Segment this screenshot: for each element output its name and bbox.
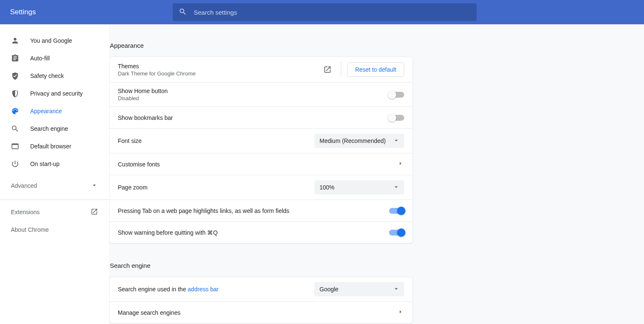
search-icon: [179, 8, 187, 17]
sidebar-item-search-engine[interactable]: Search engine: [0, 120, 109, 137]
manage-search-engines-label: Manage search engines: [118, 309, 397, 316]
sidebar-item-about[interactable]: About Chrome: [0, 221, 109, 238]
sidebar-item-appearance[interactable]: Appearance: [0, 102, 109, 120]
sidebar-item-label: On start-up: [30, 161, 60, 167]
themes-label: Themes: [118, 63, 320, 70]
themes-row[interactable]: Themes Dark Theme for Google Chrome Rese…: [109, 57, 413, 82]
search-engine-title: Search engine: [110, 262, 413, 269]
advanced-toggle[interactable]: Advanced: [0, 177, 109, 194]
search-engine-used-row: Search engine used in the address bar Go…: [109, 277, 413, 301]
tab-highlight-row: Pressing Tab on a web page highlights li…: [109, 200, 413, 221]
chevron-down-icon: [392, 285, 400, 294]
page-zoom-select[interactable]: 100%: [314, 180, 404, 194]
search-icon: [11, 124, 19, 133]
sidebar-item-you-and-google[interactable]: You and Google: [0, 32, 109, 49]
sidebar-divider: [0, 200, 109, 200]
sidebar-item-label: Auto-fill: [30, 55, 50, 62]
page-zoom-value: 100%: [319, 184, 335, 191]
extensions-label: Extensions: [11, 209, 39, 215]
font-size-row: Font size Medium (Recommended): [109, 128, 413, 153]
home-button-toggle[interactable]: [389, 92, 404, 98]
about-label: About Chrome: [11, 226, 49, 233]
palette-icon: [11, 107, 19, 115]
open-external-icon[interactable]: [320, 62, 335, 77]
sidebar-item-default-browser[interactable]: Default browser: [0, 137, 109, 155]
home-button-row: Show Home button Disabled: [109, 82, 413, 106]
search-input[interactable]: [187, 9, 471, 16]
page-title: Settings: [10, 8, 173, 16]
address-bar-link[interactable]: address bar: [188, 286, 219, 293]
power-icon: [11, 160, 19, 168]
chevron-down-icon: [91, 181, 98, 190]
bookmarks-row: Show bookmarks bar: [109, 106, 413, 128]
manage-search-engines-row[interactable]: Manage search engines: [109, 301, 413, 323]
sidebar-item-label: Privacy and security: [30, 90, 83, 97]
search-engine-value: Google: [319, 286, 338, 293]
shield-half-icon: [11, 89, 19, 98]
sidebar-item-autofill[interactable]: Auto-fill: [0, 49, 109, 67]
quit-warning-label: Show warning before quitting with ⌘Q: [118, 229, 389, 236]
sidebar-item-extensions[interactable]: Extensions: [0, 203, 109, 221]
search-engine-select[interactable]: Google: [314, 282, 404, 296]
chevron-down-icon: [392, 183, 400, 192]
sidebar-item-on-startup[interactable]: On start-up: [0, 155, 109, 173]
bookmarks-label: Show bookmarks bar: [118, 114, 389, 121]
search-box[interactable]: [173, 3, 477, 21]
header: Settings: [0, 0, 644, 24]
appearance-card: Themes Dark Theme for Google Chrome Rese…: [109, 57, 413, 244]
sidebar-item-label: Default browser: [30, 143, 71, 150]
quit-warning-toggle[interactable]: [389, 230, 404, 236]
sidebar: You and Google Auto-fill Safety check Pr…: [0, 24, 109, 324]
page-zoom-label: Page zoom: [118, 184, 314, 191]
bookmarks-toggle[interactable]: [389, 115, 404, 121]
home-button-sub: Disabled: [118, 95, 389, 101]
sidebar-item-label: Search engine: [30, 125, 68, 132]
shield-check-icon: [11, 72, 19, 80]
font-size-value: Medium (Recommended): [319, 137, 386, 144]
divider: [341, 62, 341, 77]
advanced-label: Advanced: [11, 182, 37, 189]
clipboard-icon: [11, 54, 19, 62]
sidebar-item-label: Appearance: [30, 108, 62, 114]
browser-icon: [11, 142, 19, 150]
themes-sub: Dark Theme for Google Chrome: [118, 70, 320, 77]
font-size-label: Font size: [118, 137, 314, 144]
quit-warning-row: Show warning before quitting with ⌘Q: [109, 221, 413, 243]
sidebar-item-safety-check[interactable]: Safety check: [0, 67, 109, 85]
sidebar-item-label: You and Google: [30, 37, 72, 44]
customise-fonts-row[interactable]: Customise fonts: [109, 153, 413, 175]
chevron-right-icon: [397, 308, 404, 317]
search-engine-used-label: Search engine used in the address bar: [118, 286, 314, 293]
font-size-select[interactable]: Medium (Recommended): [314, 134, 404, 148]
sidebar-item-privacy[interactable]: Privacy and security: [0, 85, 109, 102]
reset-to-default-button[interactable]: Reset to default: [347, 62, 404, 77]
tab-highlight-label: Pressing Tab on a web page highlights li…: [118, 207, 389, 214]
open-external-icon: [91, 208, 98, 217]
customise-fonts-label: Customise fonts: [118, 161, 397, 168]
page-zoom-row: Page zoom 100%: [109, 175, 413, 200]
sidebar-item-label: Safety check: [30, 73, 64, 79]
person-icon: [11, 36, 19, 45]
tab-highlight-toggle[interactable]: [389, 208, 404, 214]
chevron-right-icon: [397, 160, 404, 168]
home-button-label: Show Home button: [118, 88, 389, 94]
appearance-title: Appearance: [110, 42, 413, 49]
chevron-down-icon: [392, 137, 400, 145]
search-engine-card: Search engine used in the address bar Go…: [109, 277, 413, 324]
